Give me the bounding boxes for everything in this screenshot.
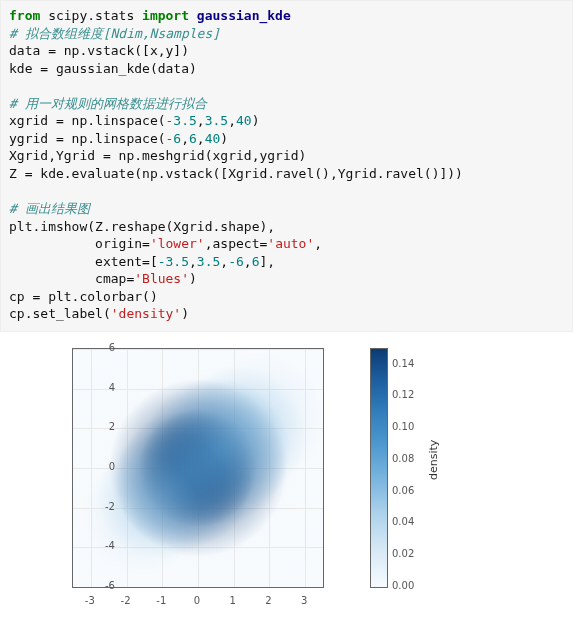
code-line: extent=[ (9, 254, 158, 269)
colorbar-tick-label: 0.10 (392, 420, 414, 434)
x-tick-label: 3 (301, 594, 307, 608)
y-tick-label: -2 (75, 500, 115, 514)
comment: # 用一对规则的网格数据进行拟合 (9, 96, 207, 111)
code-line: cp.set_label( (9, 306, 111, 321)
chart-output: -6-4-20246 -3-2-10123 0.000.020.040.060.… (0, 332, 573, 620)
txt: ,aspect= (205, 236, 268, 251)
x-tick-label: 2 (265, 594, 271, 608)
heatmap-plot: -6-4-20246 -3-2-10123 (40, 340, 340, 620)
num: 40 (236, 113, 252, 128)
txt: ) (189, 271, 197, 286)
code-line: Z = kde.evaluate(np.vstack([Xgrid.ravel(… (9, 166, 463, 181)
txt: , (181, 131, 189, 146)
code-line: plt.imshow(Z.reshape(Xgrid.shape), (9, 219, 275, 234)
colorbar-label: density (427, 440, 442, 480)
x-tick-label: -1 (156, 594, 166, 608)
code-block: from scipy.stats import gaussian_kde # 拟… (0, 0, 573, 332)
txt: , (197, 131, 205, 146)
colorbar-tick-label: 0.06 (392, 484, 414, 498)
colorbar-tick-label: 0.08 (392, 452, 414, 466)
num: -6 (228, 254, 244, 269)
comment: # 画出结果图 (9, 201, 90, 216)
y-tick-label: 0 (75, 460, 115, 474)
num: 3.5 (197, 254, 220, 269)
str: 'auto' (267, 236, 314, 251)
code-line: cmap= (9, 271, 134, 286)
num: 3.5 (205, 113, 228, 128)
code-line: kde = gaussian_kde(data) (9, 61, 197, 76)
txt: ], (259, 254, 275, 269)
x-tick-label: 1 (230, 594, 236, 608)
code-line: ygrid = np.linspace( (9, 131, 166, 146)
txt: , (228, 113, 236, 128)
mod-name: gaussian_kde (189, 8, 291, 23)
code-line: data = np.vstack([x,y]) (9, 43, 189, 58)
str: 'density' (111, 306, 181, 321)
txt: ) (181, 306, 189, 321)
txt: ) (252, 113, 260, 128)
kw-from: from (9, 8, 40, 23)
str: 'lower' (150, 236, 205, 251)
colorbar-tick-label: 0.12 (392, 389, 414, 403)
colorbar: 0.000.020.040.060.080.100.120.14 density (370, 340, 470, 620)
comment: # 拟合数组维度[Ndim,Nsamples] (9, 26, 220, 41)
colorbar-tick-label: 0.00 (392, 579, 414, 593)
txt: , (197, 113, 205, 128)
x-tick-label: -2 (121, 594, 131, 608)
colorbar-tick-label: 0.04 (392, 516, 414, 530)
code-line: origin= (9, 236, 150, 251)
y-tick-label: 4 (75, 381, 115, 395)
txt: ) (220, 131, 228, 146)
code-line: xgrid = np.linspace( (9, 113, 166, 128)
code-line: cp = plt.colorbar() (9, 289, 158, 304)
str: 'Blues' (134, 271, 189, 286)
num: -6 (166, 131, 182, 146)
colorbar-tick-label: 0.02 (392, 547, 414, 561)
txt: , (314, 236, 322, 251)
num: -3.5 (158, 254, 189, 269)
kw-import: import (142, 8, 189, 23)
colorbar-tick-label: 0.14 (392, 357, 414, 371)
y-tick-label: 2 (75, 420, 115, 434)
txt: , (244, 254, 252, 269)
colorbar-gradient (370, 348, 388, 588)
num: 6 (189, 131, 197, 146)
num: -3.5 (166, 113, 197, 128)
y-tick-label: -6 (75, 579, 115, 593)
code-line: Xgrid,Ygrid = np.meshgrid(xgrid,ygrid) (9, 148, 306, 163)
num: 40 (205, 131, 221, 146)
txt: scipy.stats (40, 8, 142, 23)
y-tick-label: 6 (75, 341, 115, 355)
txt: , (189, 254, 197, 269)
x-tick-label: -3 (85, 594, 95, 608)
x-tick-label: 0 (194, 594, 200, 608)
txt: , (220, 254, 228, 269)
y-tick-label: -4 (75, 539, 115, 553)
